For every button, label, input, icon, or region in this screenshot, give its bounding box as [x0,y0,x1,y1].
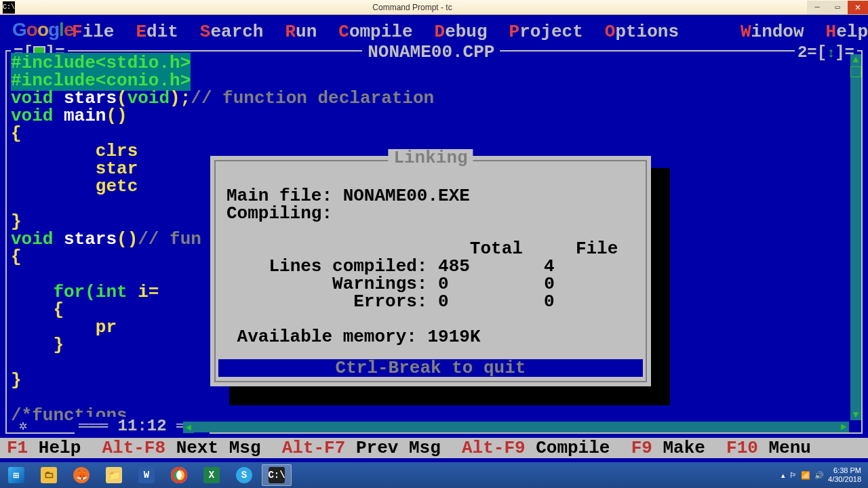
compiling-label: Compiling: [226,203,332,224]
menu-window[interactable]: Window [741,22,804,42]
code-token: void [127,88,170,108]
code-token: { [11,247,22,267]
cmd-icon: C:\ [269,467,285,483]
menu-project[interactable]: Project [509,22,583,42]
taskbar-file-explorer-pinned[interactable]: 🗀 [34,464,64,486]
code-token: () [117,229,138,249]
window-buttons: — ▭ ✕ [807,1,868,14]
main-file-value: NONAME00.EXE [343,186,470,206]
maximize-button[interactable]: ▭ [827,1,848,14]
menu-compile[interactable]: Compile [338,22,412,42]
tray-chevron-up-icon[interactable]: ▴ [781,471,785,480]
menu-edit[interactable]: Edit [136,22,178,42]
menu-debug[interactable]: Debug [435,22,488,42]
word-icon: W [138,467,155,483]
code-token: ); [170,88,191,108]
firefox-icon: 🦊 [73,467,90,483]
clock-date: 4/30/2018 [828,475,861,484]
memory-value: 1919K [427,327,480,347]
errors-total: 0 [438,291,449,312]
excel-icon: X [203,467,220,483]
menu-help[interactable]: Help [826,22,868,42]
code-token: stars [64,229,117,249]
status-f1-label: Help [28,438,102,458]
taskbar-clock[interactable]: 6:38 PM 4/30/2018 [828,466,861,484]
folder-icon: 📁 [106,467,122,483]
file-header: File [576,239,618,259]
status-key-altf8[interactable]: Alt-F8 [102,438,165,458]
windows-taskbar: ⊞ 🗀 🦊 📁 W X S C:\ ▴ 🏳 📶 🔊 6:38 PM 4/30/2… [0,462,868,488]
errors-label: Errors: [353,291,427,312]
tc-status-bar: F1 Help Alt-F8 Next Msg Alt-F7 Prev Msg … [0,438,868,458]
taskbar-chrome[interactable] [164,464,194,486]
minimize-button[interactable]: — [807,1,827,14]
tray-action-center-icon[interactable]: 🏳 [789,471,797,479]
taskbar-skype[interactable]: S [229,464,259,486]
scroll-left-icon[interactable]: ◄ [183,422,194,433]
status-key-f9[interactable]: F9 [631,438,652,458]
code-token: // fun [138,229,201,249]
code-token: () [106,106,127,126]
status-f10-label: Menu [758,438,811,458]
window-title: Command Prompt - tc [18,3,807,12]
turbo-c-screen: Google File Edit Search Run Compile Debu… [0,15,868,462]
system-tray[interactable]: ▴ 🏳 📶 🔊 6:38 PM 4/30/2018 [781,466,867,484]
taskbar-firefox[interactable]: 🦊 [66,464,96,486]
code-token: // function declaration [191,88,434,108]
status-key-f1[interactable]: F1 [7,438,28,458]
code-token: } [11,370,22,390]
tray-network-icon[interactable]: 📶 [801,471,810,480]
taskbar-excel[interactable]: X [197,464,226,486]
menu-options[interactable]: Options [605,22,679,42]
skype-icon: S [236,467,252,483]
code-token: int [96,282,127,302]
clock-time: 6:38 PM [828,466,861,475]
status-key-f10[interactable]: F10 [726,438,758,458]
dialog-title: Linking [388,149,473,167]
window-icon: C:\ [3,1,15,14]
code-token: i= [127,282,159,302]
scroll-right-icon[interactable]: ► [838,422,849,432]
total-header: Total [470,239,523,259]
chrome-icon [171,467,187,483]
status-altf9-label: Compile [526,438,631,458]
status-altf7-label: Prev Msg [345,438,462,458]
tray-volume-icon[interactable]: 🔊 [814,471,824,480]
taskbar-command-prompt[interactable]: C:\ [262,464,292,486]
code-token: getc [11,176,138,197]
close-button[interactable]: ✕ [848,1,868,14]
vertical-scrollbar[interactable]: ▲ ▼ [850,54,861,420]
menu-file[interactable]: File [72,22,114,42]
status-key-altf7[interactable]: Alt-F7 [282,438,346,458]
taskbar-word[interactable]: W [132,464,161,486]
menu-search[interactable]: Search [200,22,264,42]
linking-dialog: Linking Main file: NONAME00.EXE Compilin… [210,156,651,386]
status-altf8-label: Next Msg [165,438,282,458]
status-key-altf9[interactable]: Alt-F9 [462,438,526,458]
windows-icon: ⊞ [8,467,24,483]
horizontal-scrollbar[interactable]: ◄ ► [183,422,849,432]
window-titlebar: C:\ Command Prompt - tc — ▭ ✕ [0,0,868,15]
errors-file: 0 [544,291,555,312]
start-button[interactable]: ⊞ [1,464,31,486]
scroll-up-icon[interactable]: ▲ [850,54,861,65]
memory-label: Available memory: [237,327,428,347]
tc-menu-bar: File Edit Search Run Compile Debug Proje… [0,22,868,42]
dialog-quit-hint: Ctrl-Break to quit [218,359,643,377]
scroll-thumb[interactable] [850,66,861,77]
code-token: main [64,106,106,126]
menu-run[interactable]: Run [285,22,317,42]
mode-indicator-icon: ✲ [19,417,27,434]
dialog-body: Main file: NONAME00.EXE Compiling: Total… [216,161,646,350]
code-token: } [11,335,64,355]
status-f9-label: Make [652,438,726,458]
scroll-down-icon[interactable]: ▼ [850,409,861,420]
folder-tree-icon: 🗀 [41,467,57,483]
taskbar-explorer[interactable]: 📁 [99,464,129,486]
